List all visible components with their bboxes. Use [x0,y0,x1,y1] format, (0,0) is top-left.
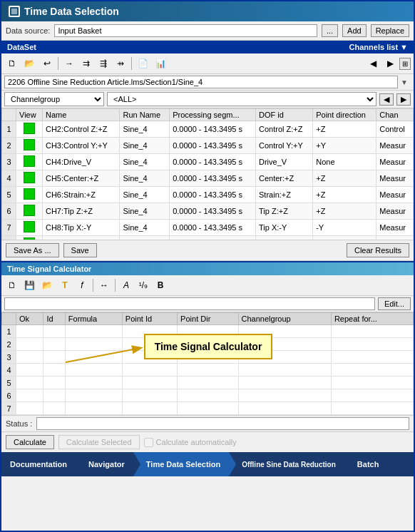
clear-results-button[interactable]: Clear Results [347,243,409,257]
view-cell[interactable] [16,154,43,170]
channelgroup-select[interactable]: Channelgroup [4,92,104,106]
tsc-pointdir-cell [178,389,238,402]
tsc-col-channelgroup[interactable]: Channelgroup [238,313,331,325]
tsc-table-row[interactable]: 5 [2,377,414,389]
toolbar-undo-btn[interactable]: ↩ [39,56,55,71]
datasource-dots-button[interactable]: ... [322,24,338,37]
tsc-col-pointid[interactable]: Point Id [122,313,177,325]
tsc-table-row[interactable]: 3 [2,351,414,364]
tsc-channelgroup-cell [238,389,331,402]
view-cell[interactable] [16,187,43,203]
filepath-expand-btn[interactable]: ▼ [398,78,411,86]
toolbar-open-btn[interactable]: 📂 [21,56,38,71]
nav-documentation-label: Documentation [10,460,67,469]
tsc-new-btn[interactable]: 🗋 [4,277,20,293]
tsc-search-row: Edit... [1,296,414,312]
tsc-id-cell [43,351,65,364]
table-row[interactable]: 4 CH5:Center:+Z Sine_4 0.0000 - 143.3495… [2,170,414,187]
nav-item-time-data[interactable]: Time Data Selection [133,452,229,476]
tsc-col-pointdir[interactable]: Point Dir [178,313,238,325]
tsc-id-cell [43,338,65,351]
tsc-id-cell [43,389,65,402]
channelgroup-prev-btn[interactable]: ◀ [379,93,394,106]
toolbar-grid-btn[interactable]: ⊞ [399,58,411,70]
table-row[interactable]: 2 CH3:Control Y:+Y Sine_4 0.0000 - 143.3… [2,138,414,154]
toolbar-merge-btn[interactable]: ⇸ [113,56,128,71]
col-view[interactable]: View [16,109,43,121]
tsc-save-btn[interactable]: 💾 [21,277,38,293]
tsc-channelgroup-cell [238,402,331,415]
nav-item-navigator[interactable]: Navigator [76,452,133,476]
status-label: Status : [6,419,32,428]
name-cell: CH4:Drive_V [42,154,120,170]
row-num: 6 [2,203,16,220]
tsc-frac-btn[interactable]: ¹/₉ [135,277,151,293]
tsc-table-row[interactable]: 2 [2,338,414,351]
tsc-sep-2 [115,279,116,292]
table-row[interactable]: 6 CH7:Tip Z:+Z Sine_4 0.0000 - 143.3495 … [2,203,414,220]
col-name[interactable]: Name [42,109,120,121]
toolbar-prev-btn[interactable]: ◀ [365,56,381,71]
tsc-col-id[interactable]: Id [43,313,65,325]
tsc-sep-1 [93,279,93,292]
dof-cell: Drive_V [256,154,313,170]
toolbar-multi-btn[interactable]: ⇉ [78,56,94,71]
table-row[interactable]: 3 CH4:Drive_V Sine_4 0.0000 - 143.3495 s… [2,154,414,170]
tsc-calc-btn[interactable]: A [118,277,134,293]
tsc-col-repeat[interactable]: Repeat for... [331,313,413,325]
tsc-channelgroup-cell [238,351,331,364]
col-chan[interactable]: Chan [376,109,414,121]
tsc-italic-f[interactable]: f [74,277,90,293]
tsc-table-row[interactable]: 1 [2,325,414,338]
tsc-channelgroup-cell [238,325,331,338]
name-cell: CH7:Tip Z:+Z [42,203,120,220]
nav-item-offline-sine[interactable]: Offline Sine Data Reduction [229,452,344,476]
tsc-table-row[interactable]: 4 [2,364,414,377]
tsc-bold-b[interactable]: B [153,277,168,293]
table-row[interactable]: 7 CH8:Tip X:-Y Sine_4 0.0000 - 143.3495 … [2,220,414,236]
tsc-col-formula[interactable]: Formula [65,313,122,325]
green-check-icon [24,172,35,183]
tsc-col-ok[interactable]: Ok [16,313,43,325]
toolbar-split-btn[interactable]: ⇶ [96,56,111,71]
view-cell[interactable] [16,138,43,154]
tsc-formula-cell [65,364,122,377]
add-button[interactable]: Add [342,24,367,37]
replace-button[interactable]: Replace [371,24,409,37]
tsc-table-row[interactable]: 7 [2,402,414,415]
channelgroup-filter-select[interactable]: <ALL> [107,92,376,106]
view-cell[interactable] [16,203,43,220]
datasource-input[interactable] [54,24,317,37]
tsc-table-row[interactable]: 6 [2,389,414,402]
toolbar-new-btn[interactable]: 🗋 [4,56,20,71]
tsc-open-btn[interactable]: 📂 [39,277,56,293]
run-cell: Sine_4 [120,154,170,170]
tsc-edit-button[interactable]: Edit... [378,297,411,310]
tsc-arrows-btn[interactable]: ↔ [96,277,112,293]
save-button[interactable]: Save [63,243,97,257]
col-run[interactable]: Run Name [120,109,170,121]
toolbar-arrow-btn[interactable]: → [61,56,77,71]
col-proc[interactable]: Processing segm... [170,109,256,121]
table-row[interactable]: 5 CH6:Strain:+Z Sine_4 0.0000 - 143.3495… [2,187,414,203]
chan-cell: Measur [376,187,414,203]
channelgroup-next-btn[interactable]: ▶ [396,93,411,106]
tsc-font-bold-t[interactable]: T [57,277,73,293]
save-as-button[interactable]: Save As ... [6,243,59,257]
toolbar-chart-btn[interactable]: 📊 [153,56,169,71]
col-dir[interactable]: Point direction [313,109,376,121]
tsc-search-input[interactable] [4,297,375,310]
toolbar-doc-btn[interactable]: 📄 [135,56,151,71]
tsc-id-cell [43,402,65,415]
calc-auto-checkbox[interactable] [144,438,153,447]
status-input[interactable] [36,417,409,430]
view-cell[interactable] [16,121,43,138]
row-num: 2 [2,138,16,154]
toolbar-next-btn[interactable]: ▶ [382,56,398,71]
view-cell[interactable] [16,220,43,236]
table-row[interactable]: 1 CH2:Control Z:+Z Sine_4 0.0000 - 143.3… [2,121,414,138]
nav-item-documentation[interactable]: Documentation [1,452,76,476]
view-cell[interactable] [16,170,43,187]
calculate-button[interactable]: Calculate [6,435,54,449]
col-dof[interactable]: DOF id [256,109,313,121]
